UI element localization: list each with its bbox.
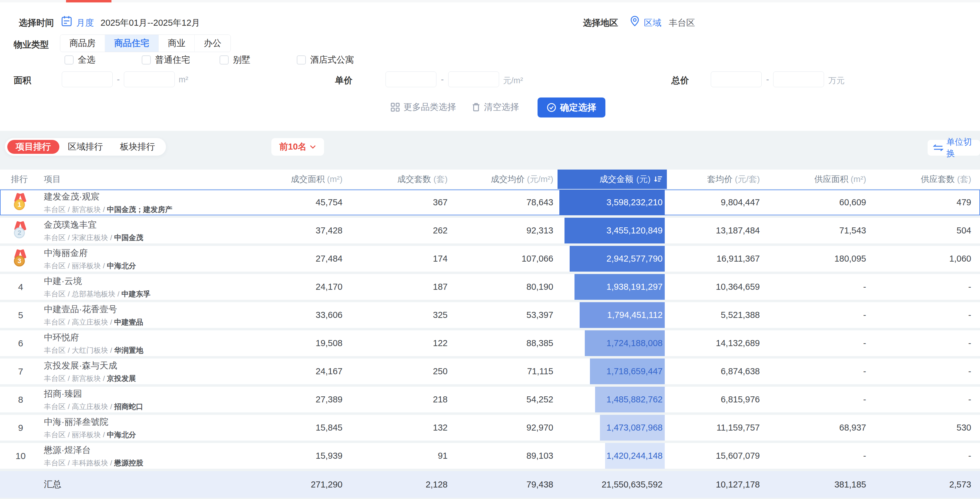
property-tab-residential[interactable]: 商品住宅 (105, 35, 158, 52)
summary-deal-amount: 21,550,635,592 (558, 480, 667, 489)
ranking-tab-group: 项目排行 区域排行 板块排行 (5, 138, 166, 156)
project-location: 丰台区 / 丽泽板块 / 中海北分 (44, 261, 136, 271)
deal-avg-price-value: 78,643 (452, 189, 558, 215)
tab-block-ranking[interactable]: 板块排行 (111, 140, 164, 154)
location-pin-icon[interactable] (630, 16, 640, 27)
project-cell[interactable]: 中环悦府丰台区 / 大红门板块 / 华润置地 (35, 331, 212, 356)
project-name[interactable]: 中建·云境 (44, 275, 82, 288)
project-name[interactable]: 中海丽金府 (44, 247, 88, 259)
top-n-dropdown[interactable]: 前10名 (271, 138, 324, 156)
checkbox-ordinary-residential[interactable]: 普通住宅 (142, 54, 190, 66)
sort-descending-icon (654, 175, 663, 184)
total-price-max-input[interactable] (773, 72, 824, 87)
project-cell[interactable]: 中海·丽泽叁號院丰台区 / 丽泽板块 / 中海北分 (35, 415, 212, 440)
table-row[interactable]: 7京投发展·森与天成丰台区 / 新宫板块 / 京投发展24,16725071,1… (0, 359, 980, 384)
unit-price-min-input[interactable] (385, 72, 436, 87)
project-name[interactable]: 京投发展·森与天成 (44, 360, 117, 372)
unit-switch-button[interactable]: 单位切换 (928, 140, 980, 156)
table-row[interactable]: 6中环悦府丰台区 / 大红门板块 / 华润置地19,50812288,3851,… (0, 331, 980, 356)
time-range-value[interactable]: 2025年01月--2025年12月 (100, 17, 200, 29)
deal-amount-cell: 1,724,188,008 (558, 331, 667, 356)
project-name[interactable]: 中环悦府 (44, 332, 79, 344)
project-cell[interactable]: 京投发展·森与天成丰台区 / 新宫板块 / 京投发展 (35, 359, 212, 384)
project-location: 丰台区 / 总部基地板块 / 中建东孚 (44, 289, 151, 299)
project-name[interactable]: 中建壹品·花香壹号 (44, 304, 117, 316)
column-header-deal-avg-price[interactable]: 成交均价 (元/m²) (452, 173, 558, 185)
property-type-tab-group: 商品房 商品住宅 商业 办公 (60, 35, 231, 52)
rank-cell: 4 (0, 274, 35, 300)
deal-area-value: 33,606 (212, 302, 347, 328)
more-categories-button[interactable]: 更多品类选择 (391, 101, 456, 113)
project-name[interactable]: 招商·臻园 (44, 388, 82, 400)
deal-avg-price-value: 80,190 (452, 274, 558, 300)
checkbox-serviced-apartment[interactable]: 酒店式公寓 (297, 54, 354, 66)
time-granularity-link[interactable]: 月度 (76, 17, 94, 29)
calendar-icon[interactable] (62, 16, 72, 27)
project-name[interactable]: 中海·丽泽叁號院 (44, 416, 108, 428)
project-cell[interactable]: 中建壹品·花香壹号丰台区 / 高立庄板块 / 中建壹品 (35, 302, 212, 328)
region-type-link[interactable]: 区域 (644, 17, 662, 29)
checkbox-icon (142, 56, 151, 65)
rank-number: 4 (12, 282, 29, 292)
rank-cell: 3 (0, 246, 35, 272)
area-min-input[interactable] (62, 72, 113, 87)
column-header-unit-avg-price[interactable]: 套均价 (元/套) (667, 173, 764, 185)
project-name[interactable]: 懋源·煜泽台 (44, 444, 91, 456)
deal-area-value: 37,428 (212, 218, 347, 243)
deal-amount-value: 1,938,191,297 (558, 282, 667, 292)
area-unit-label: m² (179, 75, 188, 84)
table-row[interactable]: 3中海丽金府丰台区 / 丽泽板块 / 中海北分27,484174107,0662… (0, 246, 980, 272)
project-location: 丰台区 / 丽泽板块 / 中海北分 (44, 430, 136, 440)
deal-avg-price-value: 53,397 (452, 302, 558, 328)
total-price-range-dash: - (766, 75, 769, 84)
project-cell[interactable]: 招商·臻园丰台区 / 高立庄板块 / 招商蛇口 (35, 387, 212, 412)
checkbox-icon (220, 56, 229, 65)
table-row[interactable]: 10懋源·煜泽台丰台区 / 丰科路板块 / 懋源控股15,9399189,103… (0, 443, 980, 469)
project-cell[interactable]: 懋源·煜泽台丰台区 / 丰科路板块 / 懋源控股 (35, 443, 212, 469)
column-header-deal-area[interactable]: 成交面积 (m²) (212, 173, 347, 185)
column-header-supply-units[interactable]: 供应套数 (套) (870, 173, 980, 185)
region-value[interactable]: 丰台区 (669, 17, 695, 29)
area-max-input[interactable] (124, 72, 175, 87)
deal-area-value: 24,170 (212, 274, 347, 300)
project-name[interactable]: 建发金茂·观宸 (44, 191, 100, 203)
project-developer: 中海北分 (107, 262, 136, 270)
table-row[interactable]: 2金茂璞逸丰宜丰台区 / 宋家庄板块 / 中国金茂37,42826292,313… (0, 218, 980, 243)
tab-project-ranking[interactable]: 项目排行 (7, 140, 59, 154)
filter-panel: 选择时间 月度 2025年01月--2025年12月 选择地区 区域 丰台区 物… (0, 2, 980, 131)
total-price-min-input[interactable] (711, 72, 762, 87)
deal-area-value: 15,939 (212, 443, 347, 469)
summary-unit-avg-price: 10,127,178 (667, 480, 764, 489)
project-cell[interactable]: 中海丽金府丰台区 / 丽泽板块 / 中海北分 (35, 246, 212, 272)
project-cell[interactable]: 中建·云境丰台区 / 总部基地板块 / 中建东孚 (35, 274, 212, 300)
checkbox-icon (297, 56, 306, 65)
property-tab-commercial[interactable]: 商业 (158, 35, 194, 52)
deal-area-value: 27,389 (212, 387, 347, 412)
property-tab-commodity[interactable]: 商品房 (60, 35, 105, 52)
unit-avg-price-value: 5,521,388 (667, 302, 764, 328)
confirm-selection-button[interactable]: 确定选择 (538, 97, 605, 118)
column-header-deal-amount-sorted[interactable]: 成交金额(元) (558, 170, 667, 189)
deal-amount-value: 2,942,577,790 (558, 254, 667, 264)
deal-area-value: 19,508 (212, 331, 347, 356)
table-row[interactable]: 8招商·臻园丰台区 / 高立庄板块 / 招商蛇口27,38921854,2521… (0, 387, 980, 412)
table-row[interactable]: 1建发金茂·观宸丰台区 / 新宫板块 / 中国金茂；建发房产45,7543677… (0, 189, 980, 215)
property-tab-office[interactable]: 办公 (194, 35, 231, 52)
column-header-supply-area[interactable]: 供应面积 (m²) (764, 173, 870, 185)
deal-amount-cell: 1,938,191,297 (558, 274, 667, 300)
rank-cell: 10 (0, 443, 35, 469)
project-cell[interactable]: 建发金茂·观宸丰台区 / 新宫板块 / 中国金茂；建发房产 (35, 189, 212, 215)
checkbox-villa[interactable]: 别墅 (220, 54, 250, 66)
clear-selection-button[interactable]: 清空选择 (472, 101, 519, 113)
project-cell[interactable]: 金茂璞逸丰宜丰台区 / 宋家庄板块 / 中国金茂 (35, 218, 212, 243)
table-row[interactable]: 9中海·丽泽叁號院丰台区 / 丽泽板块 / 中海北分15,84513292,97… (0, 415, 980, 440)
tab-district-ranking[interactable]: 区域排行 (59, 140, 111, 154)
unit-price-max-input[interactable] (448, 72, 499, 87)
project-developer: 中海北分 (107, 431, 136, 439)
table-row[interactable]: 4中建·云境丰台区 / 总部基地板块 / 中建东孚24,17018780,190… (0, 274, 980, 300)
checkbox-select-all[interactable]: 全选 (65, 54, 95, 66)
trash-icon (472, 102, 480, 112)
table-row[interactable]: 5中建壹品·花香壹号丰台区 / 高立庄板块 / 中建壹品33,60632553,… (0, 302, 980, 328)
project-name[interactable]: 金茂璞逸丰宜 (44, 219, 97, 231)
column-header-deal-units[interactable]: 成交套数 (套) (347, 173, 452, 185)
